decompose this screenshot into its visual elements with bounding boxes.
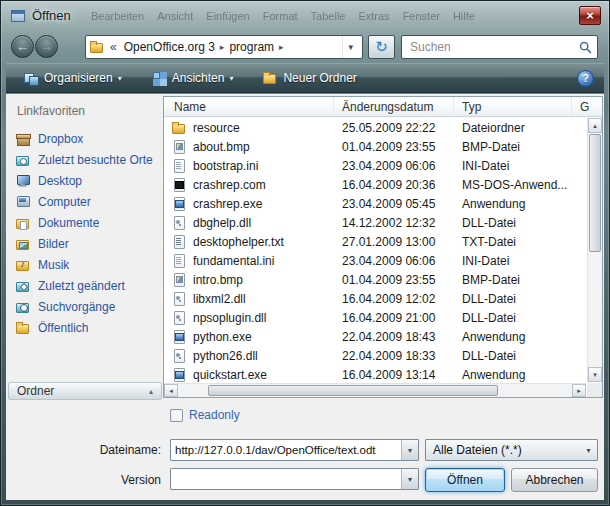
breadcrumb-overflow-chevron[interactable]: «: [110, 40, 117, 54]
sidebar-item-music[interactable]: Musik: [8, 254, 162, 275]
file-type: BMP-Datei: [454, 140, 587, 154]
file-date: 22.04.2009 18:33: [334, 349, 454, 363]
breadcrumb-item-program[interactable]: program: [225, 40, 278, 54]
file-icon: [172, 254, 187, 268]
file-row[interactable]: python26.dll 22.04.2009 18:33 DLL-Datei: [164, 346, 587, 365]
location-folder-icon: [90, 40, 105, 54]
sidebar-item-computer[interactable]: Computer: [8, 191, 162, 212]
sidebar-item-public[interactable]: Öffentlich: [8, 317, 162, 338]
file-icon: [172, 159, 187, 173]
sidebar-item-documents[interactable]: Dokumente: [8, 212, 162, 233]
filename-dropdown-button[interactable]: ▾: [401, 440, 418, 460]
filetype-combobox[interactable]: Alle Dateien (*.*) ▾: [425, 439, 598, 461]
sidebar-item-recently-changed[interactable]: Zuletzt geändert: [8, 275, 162, 296]
sidebar-item-recent-places[interactable]: Zuletzt besuchte Orte: [8, 149, 162, 170]
file-row[interactable]: intro.bmp 01.04.2009 23:55 BMP-Datei: [164, 270, 587, 289]
views-button[interactable]: Ansichten ▾: [144, 66, 242, 90]
views-icon: [152, 71, 167, 85]
refresh-button[interactable]: ↻: [368, 35, 395, 59]
search-input[interactable]: [402, 40, 573, 54]
back-button[interactable]: ←: [11, 35, 34, 58]
file-row[interactable]: about.bmp 01.04.2009 23:55 BMP-Datei: [164, 137, 587, 156]
file-icon: [172, 273, 187, 287]
file-date: 01.04.2009 23:55: [334, 140, 454, 154]
filename-label: Dateiname:: [6, 443, 161, 457]
sidebar-item-label: Zuletzt besuchte Orte: [38, 153, 153, 167]
file-date: 25.05.2009 22:22: [334, 121, 454, 135]
file-icon: [172, 235, 187, 249]
organize-button[interactable]: Organisieren ▾: [16, 66, 130, 90]
file-row[interactable]: dbghelp.dll 14.12.2002 12:32 DLL-Datei: [164, 213, 587, 232]
breadcrumb-dropdown-button[interactable]: ▾: [342, 36, 358, 58]
breadcrumb[interactable]: « OpenOffice.org 3 ▸ program ▸ ▾: [85, 35, 363, 59]
scroll-left-arrow-icon[interactable]: ◂: [164, 384, 178, 397]
file-row[interactable]: npsoplugin.dll 16.04.2009 21:00 DLL-Date…: [164, 308, 587, 327]
sidebar-item-searches[interactable]: Suchvorgänge: [8, 296, 162, 317]
file-type: DLL-Datei: [454, 311, 587, 325]
command-toolbar: Organisieren ▾ Ansichten ▾ Neuer Ordner …: [6, 63, 604, 93]
file-row[interactable]: crashrep.exe 23.04.2009 05:45 Anwendung: [164, 194, 587, 213]
filename-combobox[interactable]: ▾: [170, 439, 419, 461]
filetype-dropdown-button[interactable]: ▾: [580, 440, 597, 460]
breadcrumb-separator-icon[interactable]: ▸: [278, 42, 285, 52]
file-date: 14.12.2002 12:32: [334, 216, 454, 230]
search-box[interactable]: [401, 35, 598, 59]
file-row[interactable]: bootstrap.ini 23.04.2009 06:06 INI-Datei: [164, 156, 587, 175]
column-header-date[interactable]: Änderungsdatum: [334, 97, 454, 116]
scroll-up-arrow-icon[interactable]: ▴: [588, 118, 602, 133]
sidebar-item-dropbox[interactable]: Dropbox: [8, 128, 162, 149]
column-header-type[interactable]: Typ: [454, 97, 572, 116]
help-button[interactable]: ?: [577, 70, 594, 87]
cancel-button[interactable]: Abbrechen: [511, 468, 598, 492]
file-icon: [172, 140, 187, 154]
background-menu-item: Ansicht: [157, 10, 193, 22]
scroll-right-arrow-icon[interactable]: ▸: [572, 384, 586, 397]
file-row[interactable]: quickstart.exe 16.04.2009 13:14 Anwendun…: [164, 365, 587, 384]
file-icon: [172, 292, 187, 306]
favorites-header: Linkfavoriten: [8, 96, 162, 128]
file-type: Anwendung: [454, 197, 587, 211]
file-row[interactable]: fundamental.ini 23.04.2009 06:06 INI-Dat…: [164, 251, 587, 270]
file-type: Dateiordner: [454, 121, 587, 135]
version-dropdown-button[interactable]: ▾: [401, 469, 418, 489]
vertical-scrollbar-thumb[interactable]: [589, 134, 601, 252]
background-window-menu: Bearbeiten Ansicht Einfügen Format Tabel…: [91, 10, 475, 22]
file-type: DLL-Datei: [454, 349, 587, 363]
column-header-size[interactable]: G: [572, 97, 602, 116]
file-type: Anwendung: [454, 368, 587, 382]
breadcrumb-item-openoffice[interactable]: OpenOffice.org 3: [120, 40, 219, 54]
open-button[interactable]: Öffnen: [425, 468, 505, 492]
file-row[interactable]: libxml2.dll 16.04.2009 12:02 DLL-Datei: [164, 289, 587, 308]
file-type: INI-Datei: [454, 254, 587, 268]
pictures-icon: [16, 237, 31, 251]
new-folder-button[interactable]: Neuer Ordner: [255, 66, 364, 90]
file-row[interactable]: python.exe 22.04.2009 18:43 Anwendung: [164, 327, 587, 346]
sidebar-item-desktop[interactable]: Desktop: [8, 170, 162, 191]
search-icon[interactable]: [573, 41, 597, 54]
version-combobox[interactable]: ▾: [170, 468, 419, 490]
file-icon: [172, 216, 187, 230]
vertical-scrollbar[interactable]: ▴ ▾: [587, 118, 602, 382]
file-name: python26.dll: [193, 349, 334, 363]
filename-input[interactable]: [171, 444, 401, 456]
background-menu-item: Fenster: [403, 10, 440, 22]
recent-places-icon: [16, 153, 31, 167]
column-header-name[interactable]: Name: [164, 97, 334, 116]
background-menu-item: Bearbeiten: [91, 10, 144, 22]
file-type: INI-Datei: [454, 159, 587, 173]
background-menu-item: Hilfe: [453, 10, 475, 22]
file-row[interactable]: desktophelper.txt 27.01.2009 13:00 TXT-D…: [164, 232, 587, 251]
titlebar[interactable]: Öffnen Bearbeiten Ansicht Einfügen Forma…: [1, 1, 609, 31]
sidebar-item-pictures[interactable]: Bilder: [8, 233, 162, 254]
forward-button[interactable]: →: [35, 35, 58, 58]
folders-pane-toggle[interactable]: Ordner ▴: [8, 382, 162, 400]
readonly-checkbox[interactable]: [170, 409, 183, 422]
close-button[interactable]: ×: [579, 6, 601, 25]
horizontal-scrollbar[interactable]: ◂ ▸: [164, 383, 586, 397]
refresh-icon: ↻: [375, 38, 388, 56]
file-name: about.bmp: [193, 140, 334, 154]
scroll-down-arrow-icon[interactable]: ▾: [588, 367, 602, 382]
horizontal-scrollbar-thumb[interactable]: [208, 385, 498, 396]
file-row[interactable]: crashrep.com 16.04.2009 20:36 MS-DOS-Anw…: [164, 175, 587, 194]
file-row[interactable]: resource 25.05.2009 22:22 Dateiordner: [164, 118, 587, 137]
